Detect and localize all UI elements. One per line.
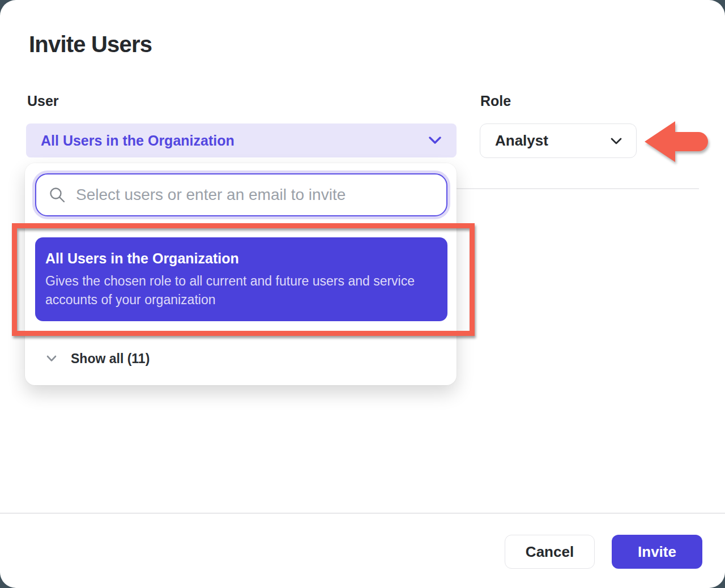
annotation-arrow-icon [643, 118, 709, 165]
user-select-value: All Users in the Organization [41, 133, 234, 149]
section-divider [457, 188, 699, 189]
option-title: All Users in the Organization [45, 250, 434, 267]
invite-users-modal: Invite Users User All Users in the Organ… [0, 0, 725, 588]
role-select-combobox[interactable]: Analyst [480, 123, 637, 158]
search-input[interactable] [76, 186, 434, 204]
chevron-down-icon [428, 136, 442, 145]
show-all-label: Show all (11) [71, 351, 150, 367]
role-select-value: Analyst [495, 132, 548, 150]
chevron-down-icon [610, 137, 622, 145]
option-description: Gives the chosen role to all current and… [45, 272, 434, 309]
chevron-down-icon [46, 355, 57, 362]
page-title: Invite Users [29, 32, 152, 57]
user-search-field[interactable] [35, 173, 447, 216]
option-all-users-in-organization[interactable]: All Users in the Organization Gives the … [35, 237, 447, 321]
footer-divider [0, 513, 725, 514]
role-field-label: Role [480, 93, 511, 109]
search-icon [49, 186, 66, 203]
invite-button[interactable]: Invite [612, 535, 702, 569]
cancel-button[interactable]: Cancel [505, 535, 595, 569]
user-select-combobox[interactable]: All Users in the Organization [26, 123, 457, 157]
user-field-label: User [27, 93, 59, 109]
show-all-toggle[interactable]: Show all (11) [46, 349, 150, 368]
